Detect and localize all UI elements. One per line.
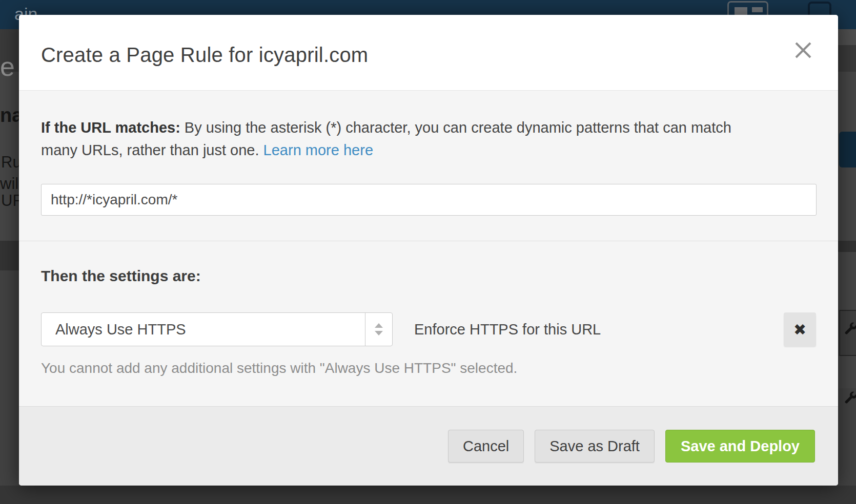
setting-row: Always Use HTTPS Enforce HTTPS for this … <box>41 312 601 346</box>
url-match-label: If the URL matches: <box>41 119 180 136</box>
wrench-icon <box>843 390 856 406</box>
chevron-down-icon <box>375 331 383 335</box>
page: ain. e nav Ru will UR Create a Page Rule… <box>0 0 856 504</box>
cancel-button[interactable]: Cancel <box>448 430 524 463</box>
dimmed-page-bottom <box>0 486 856 504</box>
modal-header: Create a Page Rule for icyapril.com <box>19 15 838 91</box>
dimmed-edge-band <box>838 29 856 45</box>
background-text-fragment: Ru <box>1 153 22 172</box>
settings-heading: Then the settings are: <box>41 267 201 285</box>
dimmed-edge-band <box>838 356 856 388</box>
save-and-deploy-button[interactable]: Save and Deploy <box>665 430 815 463</box>
setting-description: Enforce HTTPS for this URL <box>414 321 601 338</box>
background-text-fragment: e <box>0 51 15 82</box>
dimmed-blue-button-fragment <box>839 132 856 167</box>
create-page-rule-modal: Create a Page Rule for icyapril.com If t… <box>19 15 838 486</box>
close-button[interactable] <box>793 40 813 60</box>
modal-footer: Cancel Save as Draft Save and Deploy <box>19 406 838 486</box>
chevron-up-icon <box>375 323 383 328</box>
wrench-icon <box>843 321 856 337</box>
select-stepper[interactable] <box>365 313 392 346</box>
url-match-description: If the URL matches: By using the asteris… <box>41 116 810 161</box>
learn-more-link[interactable]: Learn more here <box>263 142 373 158</box>
modal-title: Create a Page Rule for icyapril.com <box>41 44 368 67</box>
remove-setting-button[interactable]: ✖ <box>784 312 816 346</box>
dimmed-edge-band <box>838 252 856 310</box>
setting-note: You cannot add any additional settings w… <box>41 360 517 376</box>
save-as-draft-button[interactable]: Save as Draft <box>535 430 655 463</box>
url-pattern-input[interactable] <box>41 184 817 216</box>
section-divider <box>19 241 838 241</box>
setting-select[interactable]: Always Use HTTPS <box>41 312 393 346</box>
x-remove-icon: ✖ <box>793 321 806 339</box>
close-icon <box>794 53 812 60</box>
setting-select-value: Always Use HTTPS <box>55 313 186 346</box>
